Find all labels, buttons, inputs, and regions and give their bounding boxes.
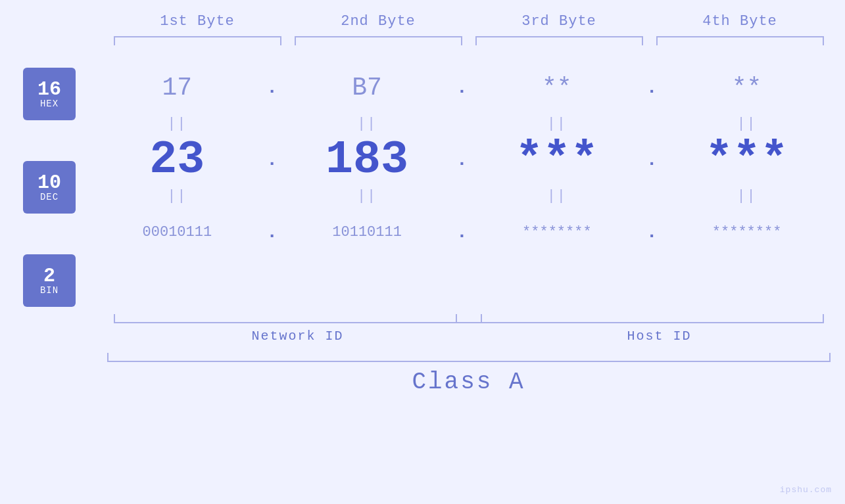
bin-badge: 2 BIN bbox=[23, 254, 76, 307]
bin-byte3-cell: ******** bbox=[472, 224, 642, 241]
hex-badge: 16 HEX bbox=[23, 68, 76, 120]
eq1-b4: || bbox=[662, 116, 832, 132]
dec-data-row: 23 . 183 . *** . *** bbox=[92, 133, 832, 186]
bottom-section: Network ID Host ID bbox=[107, 310, 831, 344]
hex-dot2: . bbox=[452, 78, 472, 98]
watermark: ipshu.com bbox=[780, 485, 832, 495]
dec-dot2: . bbox=[452, 150, 472, 170]
byte1-header: 1st Byte bbox=[107, 13, 288, 30]
bin-byte1-cell: 00010111 bbox=[92, 224, 262, 241]
equals-row-1: || || || || bbox=[92, 114, 832, 133]
eq2-b3: || bbox=[472, 188, 642, 204]
byte3-header: 3rd Byte bbox=[469, 13, 650, 30]
eq1-b3: || bbox=[472, 116, 642, 132]
bin-byte2-cell: 10110111 bbox=[282, 224, 452, 241]
dec-dot3: . bbox=[642, 150, 662, 170]
byte4-header: 4th Byte bbox=[650, 13, 831, 30]
hex-byte2-cell: B7 bbox=[282, 74, 452, 102]
bracket-byte4 bbox=[656, 36, 824, 48]
hex-byte4-cell: ** bbox=[662, 74, 832, 102]
top-brackets bbox=[107, 36, 831, 48]
main-data-area: 16 HEX 10 DEC 2 BIN 17 . bbox=[0, 61, 845, 307]
hex-byte3-cell: ** bbox=[472, 74, 642, 102]
bin-dot1: . bbox=[262, 222, 282, 242]
dec-dot1: . bbox=[262, 150, 282, 170]
bin-dot2: . bbox=[452, 222, 472, 242]
byte2-header: 2nd Byte bbox=[288, 13, 469, 30]
byte-headers: 1st Byte 2nd Byte 3rd Byte 4th Byte bbox=[107, 13, 831, 30]
outer-bracket bbox=[107, 353, 831, 362]
bin-dot3: . bbox=[642, 222, 662, 242]
host-id-label: Host ID bbox=[489, 329, 831, 344]
eq1-b1: || bbox=[92, 116, 262, 132]
dec-byte4-cell: *** bbox=[662, 134, 832, 186]
bracket-byte1 bbox=[114, 36, 281, 48]
network-bracket bbox=[114, 314, 482, 323]
bin-data-row: 00010111 . 10110111 . ******** . *******… bbox=[92, 206, 832, 258]
class-label: Class A bbox=[107, 369, 831, 396]
id-labels: Network ID Host ID bbox=[107, 329, 831, 344]
equals-row-2: || || || || bbox=[92, 186, 832, 206]
hex-data-row: 17 . B7 . ** . ** bbox=[92, 61, 832, 114]
dec-byte2-cell: 183 bbox=[282, 134, 452, 186]
dec-badge: 10 DEC bbox=[23, 161, 76, 214]
network-id-label: Network ID bbox=[107, 329, 489, 344]
hex-byte1-cell: 17 bbox=[92, 74, 262, 102]
eq1-b2: || bbox=[282, 116, 452, 132]
main-container: 1st Byte 2nd Byte 3rd Byte 4th Byte 16 H… bbox=[0, 0, 845, 504]
hex-dot3: . bbox=[642, 78, 662, 98]
rows-container: 17 . B7 . ** . ** || || bbox=[92, 61, 845, 258]
eq2-b2: || bbox=[282, 188, 452, 204]
bin-byte4-cell: ******** bbox=[662, 224, 832, 241]
eq2-b4: || bbox=[662, 188, 832, 204]
host-bracket bbox=[456, 314, 824, 323]
eq2-b1: || bbox=[92, 188, 262, 204]
bracket-byte3 bbox=[475, 36, 643, 48]
dec-byte1-cell: 23 bbox=[92, 134, 262, 186]
hex-dot1: . bbox=[262, 78, 282, 98]
base-labels-column: 16 HEX 10 DEC 2 BIN bbox=[0, 61, 92, 307]
dec-byte3-cell: *** bbox=[472, 134, 642, 186]
bottom-brackets bbox=[107, 310, 831, 323]
bracket-byte2 bbox=[295, 36, 462, 48]
